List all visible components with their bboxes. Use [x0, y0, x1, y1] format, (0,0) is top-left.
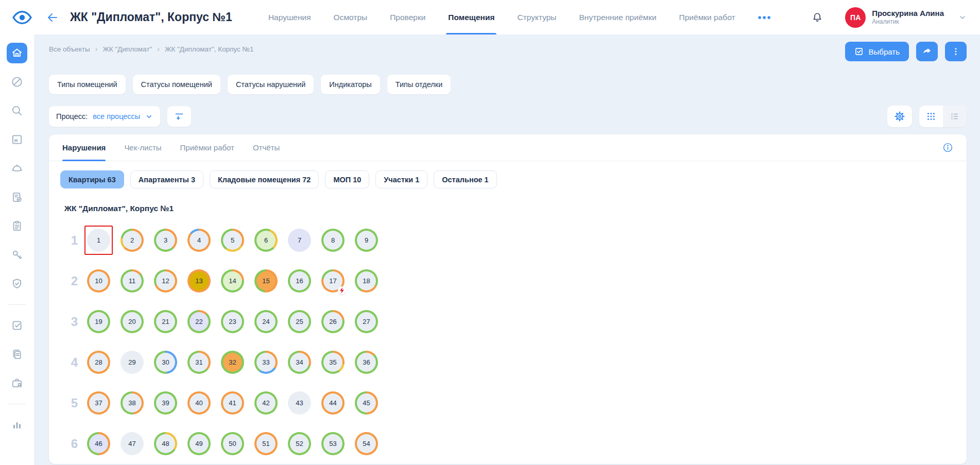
unit-circle[interactable]: 51	[254, 432, 278, 455]
category-chip[interactable]: Остальное 1	[434, 170, 496, 188]
sidebar-item-no-entry[interactable]	[7, 72, 27, 92]
unit-circle[interactable]: 30	[154, 351, 177, 374]
unit-circle[interactable]: 31	[187, 351, 211, 374]
settings-button[interactable]	[887, 106, 912, 127]
unit-circle[interactable]: 48	[154, 432, 177, 455]
sidebar-item-hardhat[interactable]	[7, 158, 27, 179]
unit-circle[interactable]: 38	[121, 391, 144, 415]
unit-circle[interactable]: 18	[355, 269, 378, 292]
unit-circle[interactable]: 25	[288, 310, 311, 333]
notifications-bell-icon[interactable]	[811, 11, 823, 24]
sidebar-item-clipboard-list[interactable]	[7, 216, 27, 236]
list-view-button[interactable]	[943, 106, 967, 127]
unit-circle[interactable]: 42	[254, 391, 278, 415]
category-chip[interactable]: Квартиры 63	[60, 170, 124, 188]
unit-circle[interactable]: 44	[321, 391, 345, 415]
unit-circle[interactable]: 52	[288, 432, 311, 455]
sidebar-item-documents[interactable]	[7, 344, 27, 365]
breadcrumb-item[interactable]: ЖК "Дипломат", Корпус №1	[165, 45, 254, 53]
unit-circle[interactable]: 4	[187, 229, 211, 252]
filter-chip[interactable]: Типы отделки	[387, 75, 451, 94]
more-menu-button[interactable]	[945, 42, 967, 61]
unit-circle[interactable]: 17	[321, 269, 345, 292]
sidebar-item-checkbox[interactable]	[7, 315, 27, 336]
sidebar-item-bar-chart[interactable]	[7, 415, 27, 435]
sidebar-item-card[interactable]	[7, 129, 27, 150]
sidebar-item-home[interactable]	[7, 43, 27, 63]
nav-item[interactable]: Внутренние приёмки	[579, 0, 657, 35]
nav-item[interactable]: Проверки	[390, 0, 425, 35]
unit-circle[interactable]: 29	[121, 351, 144, 374]
process-dropdown[interactable]: Процесс: все процессы	[49, 106, 160, 127]
unit-circle[interactable]: 40	[187, 391, 211, 415]
info-button[interactable]	[942, 142, 953, 153]
unit-circle[interactable]: 10	[87, 269, 110, 292]
category-chip[interactable]: МОП 10	[325, 170, 369, 188]
unit-circle[interactable]: 15	[254, 269, 278, 292]
sidebar-item-search[interactable]	[7, 100, 27, 121]
category-chip[interactable]: Кладовые помещения 72	[210, 170, 319, 188]
breadcrumb-item[interactable]: ЖК "Дипломат"	[102, 45, 152, 53]
nav-item[interactable]: Приёмки работ	[679, 0, 735, 35]
unit-circle[interactable]: 19	[87, 310, 110, 333]
unit-circle[interactable]: 27	[355, 310, 378, 333]
unit-circle[interactable]: 7	[288, 229, 311, 252]
filter-chip[interactable]: Индикаторы	[321, 75, 380, 94]
share-button[interactable]	[916, 42, 938, 61]
avatar[interactable]: ПА	[845, 7, 866, 28]
nav-item[interactable]: Осмотры	[334, 0, 368, 35]
tab[interactable]: Нарушения	[62, 134, 106, 161]
chevron-down-icon[interactable]	[958, 13, 967, 22]
unit-circle[interactable]: 13	[187, 269, 211, 292]
unit-circle[interactable]: 43	[288, 391, 311, 415]
select-button[interactable]: Выбрать	[845, 42, 909, 61]
unit-circle[interactable]: 50	[221, 432, 244, 455]
unit-circle[interactable]: 9	[355, 229, 378, 252]
sort-button[interactable]	[167, 106, 191, 127]
back-button[interactable]	[46, 11, 59, 24]
unit-circle[interactable]: 1	[87, 229, 110, 252]
unit-circle[interactable]: 53	[321, 432, 345, 455]
unit-circle[interactable]: 21	[154, 310, 177, 333]
category-chip[interactable]: Участки 1	[375, 170, 427, 188]
unit-circle[interactable]: 20	[121, 310, 144, 333]
tab[interactable]: Приёмки работ	[180, 134, 234, 161]
nav-item[interactable]: Помещения	[448, 0, 494, 35]
unit-circle[interactable]: 36	[355, 351, 378, 374]
unit-circle[interactable]: 34	[288, 351, 311, 374]
unit-circle[interactable]: 46	[87, 432, 110, 455]
unit-circle[interactable]: 8	[321, 229, 345, 252]
filter-chip[interactable]: Статусы помещений	[133, 75, 220, 94]
unit-circle[interactable]: 2	[121, 229, 144, 252]
filter-chip[interactable]: Типы помещений	[49, 75, 126, 94]
tab[interactable]: Отчёты	[253, 134, 280, 161]
nav-item[interactable]: Нарушения	[268, 0, 311, 35]
nav-item[interactable]: Структуры	[517, 0, 556, 35]
sidebar-item-shield-check[interactable]	[7, 273, 27, 294]
unit-circle[interactable]: 39	[154, 391, 177, 415]
unit-circle[interactable]: 11	[121, 269, 144, 292]
sidebar-item-clipboard-check[interactable]	[7, 187, 27, 208]
grid-view-button[interactable]	[919, 106, 943, 127]
sidebar-item-key[interactable]	[7, 245, 27, 265]
unit-circle[interactable]: 33	[254, 351, 278, 374]
tab[interactable]: Чек-листы	[124, 134, 161, 161]
unit-circle[interactable]: 26	[321, 310, 345, 333]
unit-circle[interactable]: 23	[221, 310, 244, 333]
unit-circle[interactable]: 3	[154, 229, 177, 252]
filter-chip[interactable]: Статусы нарушений	[228, 75, 314, 94]
unit-circle[interactable]: 35	[321, 351, 345, 374]
sidebar-item-briefcase-user[interactable]	[7, 373, 27, 393]
nav-more-button[interactable]: •••	[758, 15, 772, 20]
unit-circle[interactable]: 12	[154, 269, 177, 292]
unit-circle[interactable]: 45	[355, 391, 378, 415]
unit-circle[interactable]: 41	[221, 391, 244, 415]
unit-circle[interactable]: 32	[221, 351, 244, 374]
unit-circle[interactable]: 14	[221, 269, 244, 292]
unit-circle[interactable]: 22	[187, 310, 211, 333]
breadcrumb-item[interactable]: Все объекты	[49, 45, 90, 53]
unit-circle[interactable]: 24	[254, 310, 278, 333]
unit-circle[interactable]: 6	[254, 229, 278, 252]
category-chip[interactable]: Апартаменты 3	[130, 170, 203, 188]
unit-circle[interactable]: 37	[87, 391, 110, 415]
